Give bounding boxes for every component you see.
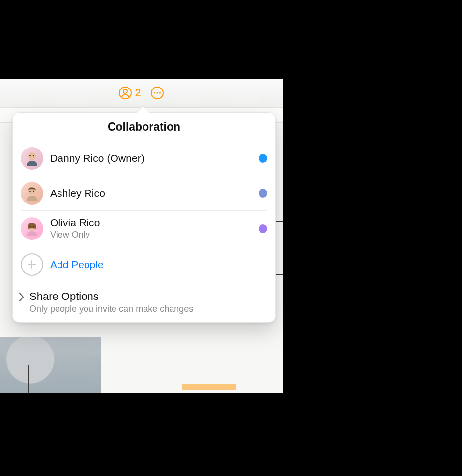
more-button[interactable] (150, 86, 165, 100)
svg-point-1 (123, 89, 127, 93)
document-image-placeholder (0, 337, 101, 393)
chevron-right-icon (18, 292, 25, 302)
callout-leader (28, 365, 29, 393)
avatar (21, 182, 43, 205)
memoji-icon (24, 185, 40, 202)
plus-icon (27, 259, 37, 270)
add-people-row[interactable]: Add People (13, 246, 275, 283)
collaboration-popover: Collaboration Danny Rico (Owner) (12, 112, 276, 323)
participant-info: Ashley Rico (50, 187, 252, 199)
participant-name: Danny Rico (Owner) (50, 152, 252, 164)
add-people-label: Add People (50, 259, 104, 270)
svg-point-6 (28, 152, 36, 160)
ellipsis-circle-icon (150, 86, 165, 100)
participant-info: Danny Rico (Owner) (50, 152, 252, 164)
person-circle-icon (118, 86, 133, 100)
participant-role: View Only (50, 230, 252, 240)
share-options-title: Share Options (29, 290, 193, 303)
avatar (21, 217, 43, 240)
svg-point-7 (29, 155, 31, 157)
toolbar: 2 (0, 79, 283, 107)
svg-point-3 (154, 92, 155, 93)
svg-point-14 (33, 226, 34, 227)
share-options-row[interactable]: Share Options Only people you invite can… (13, 283, 275, 322)
svg-point-11 (33, 191, 34, 192)
participant-name: Ashley Rico (50, 187, 252, 199)
participant-name: Olivia Rico (50, 217, 252, 229)
collaborators-button[interactable]: 2 (118, 86, 141, 100)
collaborators-count: 2 (135, 87, 141, 99)
memoji-icon (24, 150, 40, 167)
svg-point-4 (156, 92, 158, 93)
share-options-subtitle: Only people you invite can make changes (29, 304, 193, 314)
participant-row[interactable]: Olivia Rico View Only (21, 211, 267, 246)
svg-point-5 (159, 92, 161, 93)
participant-row[interactable]: Danny Rico (Owner) (21, 141, 267, 176)
app-window: 2 Collaboration (0, 79, 283, 393)
participant-row[interactable]: Ashley Rico (21, 176, 267, 211)
svg-point-10 (29, 191, 31, 192)
memoji-icon (24, 220, 40, 237)
document-highlight (182, 384, 236, 390)
share-options-info: Share Options Only people you invite can… (29, 290, 193, 314)
presence-dot (259, 154, 267, 163)
svg-point-13 (29, 226, 31, 227)
presence-dot (259, 224, 267, 233)
presence-dot (259, 189, 267, 198)
participant-info: Olivia Rico View Only (50, 217, 252, 240)
avatar (21, 147, 43, 170)
participants-list: Danny Rico (Owner) Ashley Rico (13, 141, 275, 246)
plus-circle-icon (21, 253, 43, 276)
popover-title: Collaboration (13, 113, 275, 141)
svg-point-8 (33, 155, 34, 157)
